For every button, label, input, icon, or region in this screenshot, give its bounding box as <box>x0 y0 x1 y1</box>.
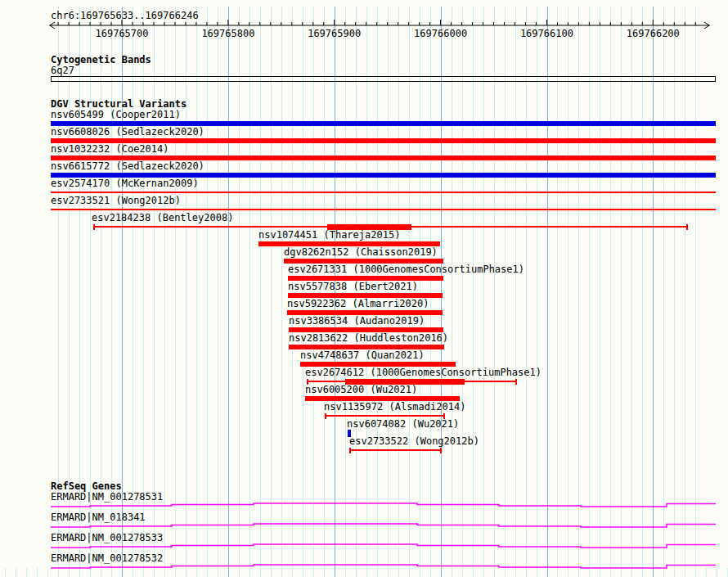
region-label: chr6:169765633..169766246 <box>51 11 199 20</box>
variant-label[interactable]: esv2733521 (Wong2012b) <box>51 196 181 205</box>
variant-range-line <box>349 449 442 451</box>
dgv-header: DGV Structural Variants <box>51 99 186 109</box>
variant-label[interactable]: nsv5577838 (Ebert2021) <box>288 282 418 291</box>
ruler-tick-label: 169765800 <box>200 29 257 38</box>
variant-range-right-cap <box>686 224 688 230</box>
variant-label[interactable]: esv2184238 (Bentley2008) <box>92 213 233 223</box>
ruler-tick-label: 169766100 <box>518 29 575 38</box>
variant-label[interactable]: nsv3386534 (Audano2019) <box>289 316 425 326</box>
variant-label[interactable]: nsv6005200 (Wu2021) <box>305 385 417 394</box>
variant-label[interactable]: esv2674612 (1000GenomesConsortiumPhase1) <box>305 367 542 377</box>
genome-browser-canvas: chr6:169765633..169766246 Cytogenetic Ba… <box>0 0 728 577</box>
variant-label[interactable]: esv2574170 (McKernan2009) <box>51 178 199 188</box>
variant-range-left-cap <box>325 413 326 419</box>
variant-label[interactable]: nsv2813622 (Huddleston2016) <box>289 333 448 343</box>
variant-label[interactable]: nsv1135972 (Alsmadi2014) <box>324 402 465 412</box>
gene-label[interactable]: ERMARD|NM_001278532 <box>51 553 163 563</box>
tracks-layer: chr6:169765633..169766246 Cytogenetic Ba… <box>0 0 728 577</box>
gene-label[interactable]: ERMARD|NM_001278531 <box>51 492 163 502</box>
variant-range[interactable] <box>349 448 442 453</box>
variant-label[interactable]: nsv605499 (Cooper2011) <box>51 110 181 119</box>
cytogenetic-bands-header: Cytogenetic Bands <box>51 55 151 65</box>
ruler-tick-label: 169765700 <box>93 29 151 38</box>
ruler-tick-label: 169766000 <box>412 29 470 38</box>
ruler-tick-label: 169766200 <box>624 29 681 38</box>
variant-label[interactable]: esv2733522 (Wong2012b) <box>349 436 479 446</box>
cytoband-box[interactable] <box>51 76 716 82</box>
variant-label[interactable]: nsv1074451 (Thareja2015) <box>258 230 400 240</box>
variant-range-left-cap <box>349 448 351 453</box>
variant-label[interactable]: nsv5922362 (Almarri2020) <box>287 299 429 309</box>
variant-line[interactable] <box>51 192 716 193</box>
variant-range-right-cap <box>515 379 517 385</box>
variant-label[interactable]: nsv1032232 (Coe2014) <box>51 144 169 154</box>
variant-range-left-cap <box>93 224 95 230</box>
variant-label[interactable]: nsv6074082 (Wu2021) <box>347 419 459 429</box>
variant-range-right-cap <box>440 448 442 453</box>
refseq-header: RefSeq Genes <box>51 481 122 491</box>
variant-label[interactable]: dgv8262n152 (Chaisson2019) <box>284 247 438 257</box>
cytoband-label: 6q27 <box>51 65 74 75</box>
variant-label[interactable]: nsv6615772 (Sedlazeck2020) <box>51 161 204 171</box>
variant-range-line <box>325 415 445 417</box>
gene-label[interactable]: ERMARD|NM_001278533 <box>51 533 163 543</box>
ruler-tick-label: 169765900 <box>306 29 363 38</box>
variant-line[interactable] <box>51 209 716 210</box>
variant-label[interactable]: nsv4748637 (Quan2021) <box>300 350 425 360</box>
gene-label[interactable]: ERMARD|NM_018341 <box>51 512 146 522</box>
variant-label[interactable]: nsv6608026 (Sedlazeck2020) <box>51 127 204 137</box>
variant-label[interactable]: esv2671331 (1000GenomesConsortiumPhase1) <box>288 264 524 274</box>
